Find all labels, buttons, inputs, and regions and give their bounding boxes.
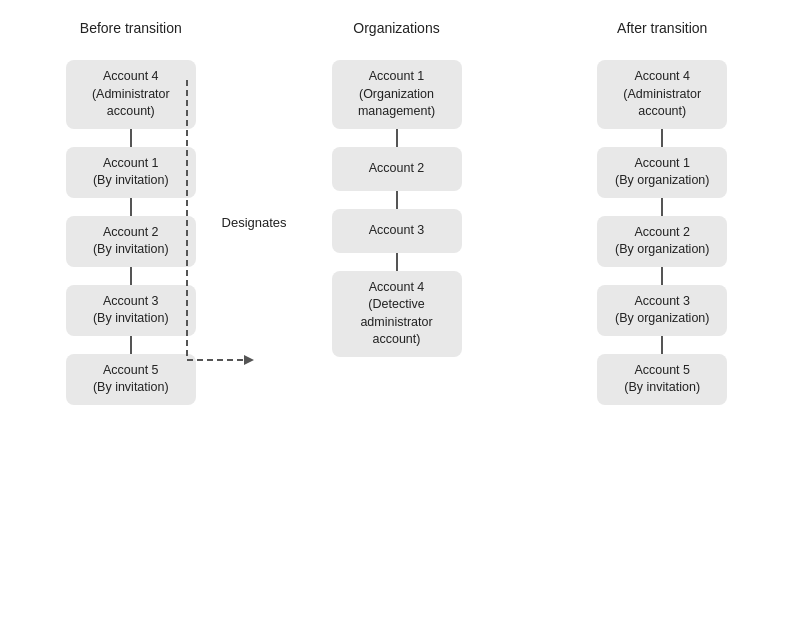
before-node-4: Account 3(By invitation) xyxy=(66,285,196,336)
org-node-4: Account 4(Detectiveadministratoraccount) xyxy=(332,271,462,357)
org-node-1: Account 1(Organizationmanagement) xyxy=(332,60,462,129)
before-node-3: Account 2(By invitation) xyxy=(66,216,196,267)
after-node-3: Account 2(By organization) xyxy=(597,216,727,267)
connector xyxy=(130,198,132,216)
after-column: After transition Account 4(Administrator… xyxy=(541,20,783,619)
connector xyxy=(661,198,663,216)
connector xyxy=(130,267,132,285)
after-header: After transition xyxy=(617,20,707,42)
connector xyxy=(661,267,663,285)
connector xyxy=(661,129,663,147)
connector xyxy=(396,191,398,209)
before-node-5: Account 5(By invitation) xyxy=(66,354,196,405)
before-node-1: Account 4(Administratoraccount) xyxy=(66,60,196,129)
connector xyxy=(130,129,132,147)
org-nodes: Account 1(Organizationmanagement) Accoun… xyxy=(332,60,462,357)
diagram-container: Before transition Account 4(Administrato… xyxy=(0,0,793,629)
org-node-3: Account 3 xyxy=(332,209,462,253)
connector xyxy=(396,253,398,271)
organizations-column: Organizations Account 1(Organizationmana… xyxy=(252,20,542,619)
before-node-2: Account 1(By invitation) xyxy=(66,147,196,198)
connector xyxy=(130,336,132,354)
after-node-1: Account 4(Administratoraccount) xyxy=(597,60,727,129)
after-node-5: Account 5(By invitation) xyxy=(597,354,727,405)
organizations-header: Organizations xyxy=(353,20,439,42)
connector xyxy=(661,336,663,354)
connector xyxy=(396,129,398,147)
before-column: Before transition Account 4(Administrato… xyxy=(10,20,252,619)
designates-label: Designates xyxy=(222,215,287,230)
before-header: Before transition xyxy=(80,20,182,42)
org-node-2: Account 2 xyxy=(332,147,462,191)
after-node-2: Account 1(By organization) xyxy=(597,147,727,198)
after-node-4: Account 3(By organization) xyxy=(597,285,727,336)
